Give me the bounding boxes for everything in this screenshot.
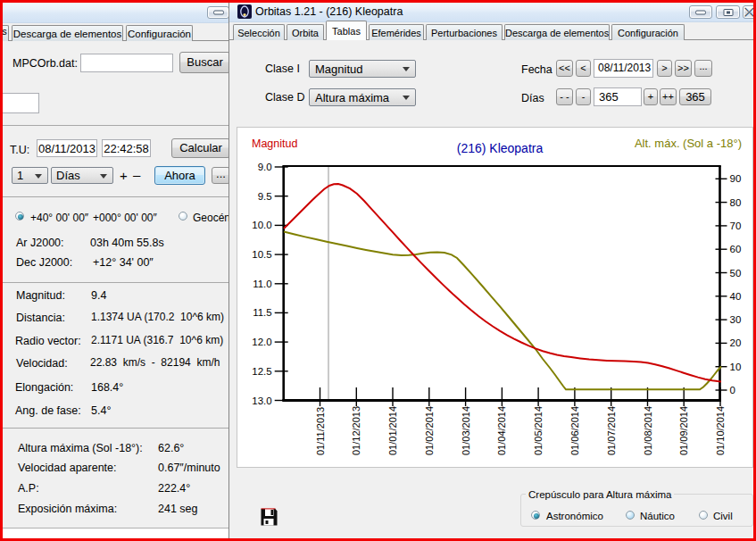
svg-text:13.0: 13.0 xyxy=(252,395,271,406)
svg-text:30: 30 xyxy=(730,314,742,325)
svg-text:70: 70 xyxy=(730,221,742,231)
svg-text:01/11/2013: 01/11/2013 xyxy=(315,407,326,455)
svg-text:80: 80 xyxy=(730,197,742,208)
svg-text:Alt. máx. (Sol a -18°): Alt. máx. (Sol a -18°) xyxy=(635,137,742,150)
svg-text:Magnitud: Magnitud xyxy=(252,137,297,150)
svg-text:01/06/2014: 01/06/2014 xyxy=(569,406,580,455)
svg-text:01/02/2014: 01/02/2014 xyxy=(424,406,435,455)
svg-text:10.0: 10.0 xyxy=(252,220,271,230)
svg-text:12.0: 12.0 xyxy=(252,337,271,347)
svg-text:40: 40 xyxy=(730,291,742,302)
svg-text:01/05/2014: 01/05/2014 xyxy=(533,406,544,455)
svg-text:9.5: 9.5 xyxy=(258,191,272,202)
svg-text:0: 0 xyxy=(730,385,735,395)
svg-text:90: 90 xyxy=(730,173,742,184)
svg-text:20: 20 xyxy=(730,337,742,348)
svg-text:01/04/2014: 01/04/2014 xyxy=(496,406,507,455)
svg-text:01/07/2014: 01/07/2014 xyxy=(606,406,617,455)
svg-text:01/03/2014: 01/03/2014 xyxy=(461,406,471,455)
svg-text:10: 10 xyxy=(730,362,742,372)
svg-text:01/12/2013: 01/12/2013 xyxy=(351,406,361,455)
svg-text:01/09/2014: 01/09/2014 xyxy=(678,406,689,455)
svg-text:60: 60 xyxy=(730,244,742,254)
svg-text:11.5: 11.5 xyxy=(253,307,272,318)
svg-text:(216) Kleopatra: (216) Kleopatra xyxy=(457,141,544,155)
svg-text:9.0: 9.0 xyxy=(258,162,272,172)
svg-text:10.5: 10.5 xyxy=(252,249,271,260)
svg-text:01/08/2014: 01/08/2014 xyxy=(643,406,653,455)
svg-text:12.5: 12.5 xyxy=(252,366,271,377)
svg-text:01/10/2014: 01/10/2014 xyxy=(715,406,726,455)
svg-text:01/01/2014: 01/01/2014 xyxy=(387,406,398,455)
svg-text:11.0: 11.0 xyxy=(253,279,272,289)
svg-text:50: 50 xyxy=(730,268,742,279)
